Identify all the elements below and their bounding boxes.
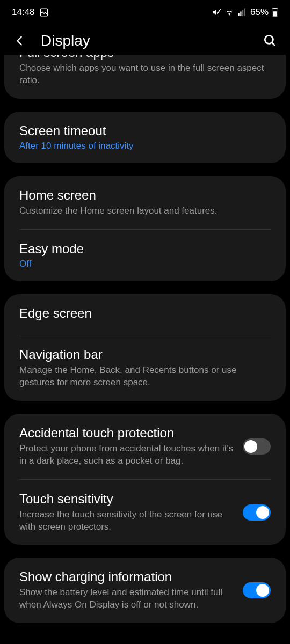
svg-rect-5 xyxy=(244,9,245,16)
settings-item[interactable]: Home screenCustomize the Home screen lay… xyxy=(4,176,286,229)
toggle-switch[interactable] xyxy=(243,504,271,521)
settings-item[interactable]: Show charging informationShow the batter… xyxy=(4,558,286,623)
svg-rect-3 xyxy=(240,12,241,16)
item-title: Touch sensitivity xyxy=(19,492,234,507)
settings-item[interactable]: Full screen appsChoose which apps you wa… xyxy=(4,55,286,99)
item-title: Screen timeout xyxy=(19,123,271,138)
item-value: After 10 minutes of inactivity xyxy=(19,141,271,151)
toggle-switch[interactable] xyxy=(243,438,271,455)
battery-icon xyxy=(272,8,278,17)
settings-group: Home screenCustomize the Home screen lay… xyxy=(4,176,286,281)
page-title: Display xyxy=(41,32,249,49)
mute-icon xyxy=(212,8,221,17)
toggle-thumb xyxy=(256,584,269,597)
settings-item[interactable]: Easy modeOff xyxy=(4,230,286,281)
settings-item[interactable]: Touch sensitivityIncrease the touch sens… xyxy=(4,480,286,545)
item-title: Full screen apps xyxy=(19,55,271,60)
settings-group: Show charging informationShow the batter… xyxy=(4,558,286,623)
item-title: Easy mode xyxy=(19,241,271,257)
toggle-thumb xyxy=(256,506,269,519)
settings-item[interactable]: Navigation barManage the Home, Back, and… xyxy=(4,335,286,401)
battery-percent: 65% xyxy=(250,7,269,18)
toggle-switch[interactable] xyxy=(243,582,271,598)
gallery-icon xyxy=(39,8,49,17)
signal-icon xyxy=(237,8,247,17)
settings-item[interactable]: Edge screen xyxy=(4,294,286,335)
status-right: 65% xyxy=(212,7,278,18)
item-description: Choose which apps you want to use in the… xyxy=(19,62,271,87)
settings-group: Screen timeoutAfter 10 minutes of inacti… xyxy=(4,112,286,163)
settings-item[interactable]: Accidental touch protectionProtect your … xyxy=(4,414,286,479)
item-title: Accidental touch protection xyxy=(19,426,234,441)
settings-group: Full screen appsChoose which apps you wa… xyxy=(4,55,286,99)
item-title: Edge screen xyxy=(19,306,271,321)
item-title: Navigation bar xyxy=(19,347,271,362)
back-button[interactable] xyxy=(12,33,28,49)
status-time: 14:48 xyxy=(12,7,35,18)
toggle-thumb xyxy=(244,440,257,453)
item-title: Show charging information xyxy=(19,569,234,584)
item-title: Home screen xyxy=(19,188,271,203)
wifi-icon xyxy=(224,8,234,17)
status-bar: 14:48 xyxy=(0,0,290,23)
settings-group: Accidental touch protectionProtect your … xyxy=(4,414,286,545)
item-description: Protect your phone from accidental touch… xyxy=(19,443,234,467)
item-description: Increase the touch sensitivity of the sc… xyxy=(19,509,234,533)
svg-rect-8 xyxy=(273,11,277,16)
svg-line-1 xyxy=(217,9,220,14)
item-value: Off xyxy=(19,259,271,269)
settings-group: Edge screenNavigation barManage the Home… xyxy=(4,294,286,401)
svg-rect-4 xyxy=(242,10,243,16)
svg-rect-2 xyxy=(238,13,239,16)
item-description: Show the battery level and estimated tim… xyxy=(19,587,234,611)
svg-line-10 xyxy=(272,42,274,45)
settings-item[interactable]: Screen timeoutAfter 10 minutes of inacti… xyxy=(4,112,286,163)
settings-list[interactable]: Full screen appsChoose which apps you wa… xyxy=(0,55,290,623)
item-description: Manage the Home, Back, and Recents butto… xyxy=(19,364,271,389)
item-description: Customize the Home screen layout and fea… xyxy=(19,205,271,217)
status-left: 14:48 xyxy=(12,7,49,18)
search-button[interactable] xyxy=(262,33,278,49)
